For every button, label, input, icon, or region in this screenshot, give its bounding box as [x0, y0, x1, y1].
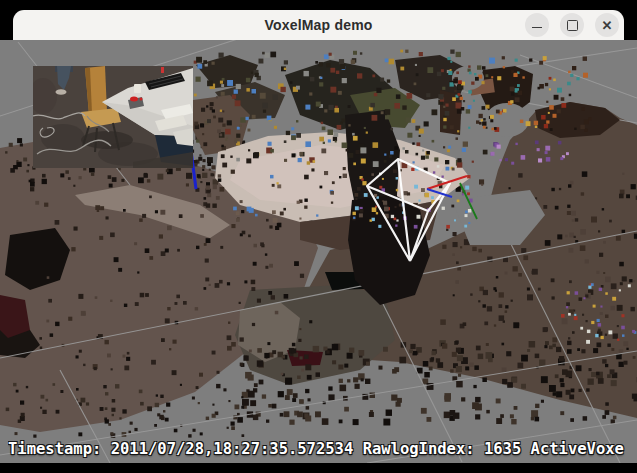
window-controls: ✕	[525, 13, 619, 37]
maximize-icon	[567, 20, 578, 31]
camera-inset	[33, 66, 193, 168]
timestamp-label: Timestamp:	[8, 440, 101, 458]
voxelmap-demo-window: VoxelMap demo ✕	[0, 0, 637, 473]
close-button[interactable]: ✕	[595, 13, 619, 37]
window-title: VoxelMap demo	[264, 17, 372, 33]
rawlog-index-value: 1635	[484, 440, 521, 458]
active-voxels-label: ActiveVoxe	[531, 440, 624, 458]
close-icon: ✕	[602, 19, 613, 32]
maximize-button[interactable]	[560, 13, 584, 37]
red-device	[130, 97, 138, 102]
status-bar: Timestamp:2011/07/28,18:27:35.572534Rawl…	[8, 440, 637, 458]
3d-viewport[interactable]: Timestamp:2011/07/28,18:27:35.572534Rawl…	[0, 40, 637, 463]
bottom-strip	[0, 463, 637, 473]
titlebar[interactable]: VoxelMap demo ✕	[13, 10, 624, 40]
minimize-button[interactable]	[525, 13, 549, 37]
timestamp-value: 2011/07/28,18:27:35.572534	[111, 440, 354, 458]
mug	[134, 84, 141, 93]
minimize-icon	[532, 27, 542, 28]
rawlog-index-label: RawlogIndex:	[363, 440, 475, 458]
